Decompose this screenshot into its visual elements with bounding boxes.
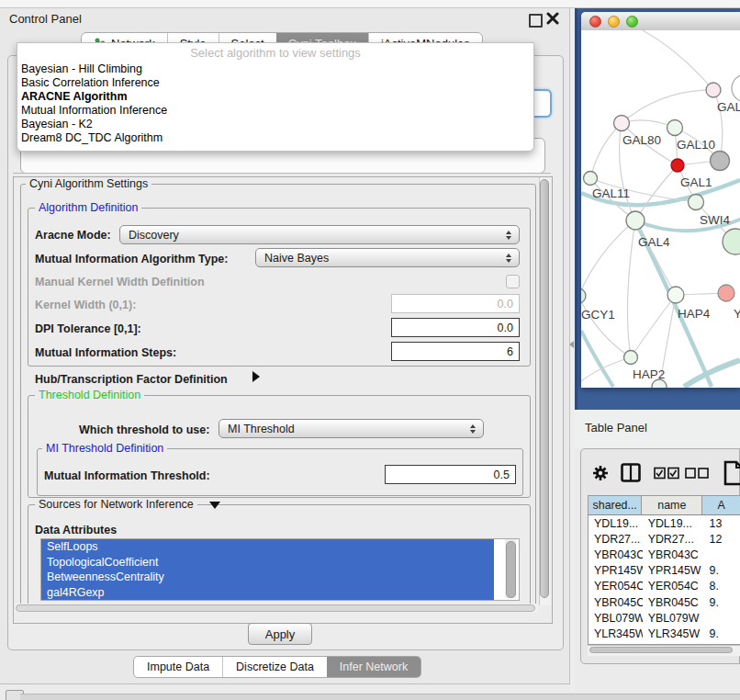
network-node[interactable]: [711, 152, 730, 171]
algorithm-option[interactable]: ARACNE Algorithm: [17, 90, 533, 104]
algorithm-placeholder: Select algorithm to view settings: [17, 43, 533, 62]
network-node-gal11[interactable]: [584, 172, 598, 186]
network-node-gal10[interactable]: [667, 120, 683, 136]
algorithm-option[interactable]: Basic Correlation Inference: [17, 76, 533, 90]
table-row[interactable]: YDL19...YDL19...13: [589, 515, 740, 531]
aracne-mode-select[interactable]: Discovery: [119, 225, 520, 244]
close-traffic-light[interactable]: [589, 16, 601, 28]
algorithm-option[interactable]: Dream8 DC_TDC Algorithm: [17, 131, 533, 145]
spinner-arrows-icon: [506, 254, 511, 263]
network-edge-highlighted[interactable]: [581, 180, 740, 387]
table-row[interactable]: YLR345WYLR345W9.: [589, 626, 740, 641]
manual-kernel-label: Manual Kernel Width Definition: [35, 276, 205, 288]
network-node-gal4[interactable]: [626, 211, 645, 230]
network-node-gal1[interactable]: [671, 159, 684, 172]
table-cell: 9.: [703, 627, 740, 640]
table-panel-title: Table Panel: [585, 421, 647, 435]
attribute-list-item[interactable]: gal4RGexp: [41, 585, 494, 601]
which-threshold-select[interactable]: MI Threshold: [219, 419, 484, 438]
kernel-width-label: Kernel Width (0,1):: [35, 299, 136, 311]
network-node-gcy1[interactable]: [581, 288, 586, 303]
attributes-scrollbar-thumb[interactable]: [506, 541, 516, 598]
table-cell: YLR345W: [643, 627, 704, 640]
apply-button[interactable]: Apply: [248, 623, 312, 645]
mi-steps-label: Mutual Information Steps:: [35, 346, 176, 359]
attribute-list-item[interactable]: SelfLoops: [41, 539, 494, 555]
algorithm-option[interactable]: Bayesian - K2: [17, 118, 533, 131]
dpi-tolerance-input[interactable]: 0.0: [391, 318, 520, 337]
network-node-label: GAL80: [622, 133, 661, 147]
network-node-gal[interactable]: [706, 83, 721, 97]
network-window-titlebar[interactable]: [581, 12, 740, 31]
gear-icon[interactable]: [591, 464, 610, 482]
collapse-arrow-icon[interactable]: [209, 502, 220, 509]
float-window-icon[interactable]: [529, 14, 543, 28]
control-panel-title: Control Panel: [9, 12, 82, 26]
bottom-tab-discretize-data[interactable]: Discretize Data: [222, 657, 327, 677]
attribute-list-item[interactable]: BetweennessCentrality: [41, 570, 494, 585]
network-node-hap2[interactable]: [624, 351, 638, 365]
network-node-label: GCY1: [581, 308, 615, 322]
network-canvas[interactable]: GALGAL80GAL10GAL1GAL11SWI4GAL4GCY1HAP4YH…: [581, 30, 740, 388]
network-node-label: GAL11: [592, 186, 630, 200]
table-row[interactable]: YPR145WYPR145W9.: [589, 563, 740, 579]
top-strip: [0, 0, 740, 8]
settings-vertical-scrollbar-thumb[interactable]: [540, 179, 549, 598]
network-node[interactable]: [689, 195, 704, 210]
table-cell: 8.: [703, 580, 740, 593]
algorithm-definition-label: Algorithm Definition: [35, 202, 141, 214]
node-table: shared...nameAYDL19...YDL19...13YDR27...…: [588, 495, 740, 645]
table-cell: YPR145W: [589, 564, 643, 577]
table-cell: YDR27...: [643, 533, 704, 546]
network-node-label: Y: [734, 307, 740, 321]
table-cell: 13: [703, 517, 740, 530]
table-row[interactable]: YBL079WYBL079W: [589, 610, 740, 626]
network-node-gal80[interactable]: [614, 116, 630, 131]
minimize-traffic-light[interactable]: [608, 16, 620, 28]
mi-steps-input[interactable]: 6: [391, 342, 520, 361]
splitter-collapse-icon[interactable]: [569, 341, 574, 348]
algorithm-option[interactable]: Mutual Information Inference: [17, 104, 533, 118]
manual-kernel-checkbox[interactable]: [506, 275, 520, 288]
columns-icon[interactable]: [621, 463, 641, 482]
bottom-tab-infer-network[interactable]: Infer Network: [327, 657, 420, 677]
kernel-width-input[interactable]: 0.0: [391, 294, 520, 313]
attribute-list-item[interactable]: TopologicalCoefficient: [41, 555, 494, 570]
mi-threshold-input[interactable]: 0.5: [385, 465, 516, 484]
table-cell: YDR27...: [589, 533, 643, 546]
deselect-all-icon[interactable]: [685, 468, 709, 480]
bottom-tab-impute-data[interactable]: Impute Data: [134, 657, 222, 677]
close-icon[interactable]: [546, 12, 559, 25]
dpi-tolerance-label: DPI Tolerance [0,1]:: [35, 322, 141, 335]
table-horizontal-scrollbar-thumb[interactable]: [589, 647, 733, 653]
expand-arrow-icon[interactable]: [252, 371, 260, 382]
table-cell: YDL19...: [589, 517, 643, 530]
column-header-shared...[interactable]: shared...: [589, 496, 642, 514]
table-cell: YER054C: [589, 580, 643, 593]
spinner-arrows-icon: [470, 424, 476, 434]
export-table-icon[interactable]: [723, 460, 740, 486]
table-cell: YBR045C: [643, 596, 704, 609]
network-node-hap4[interactable]: [667, 287, 684, 303]
mi-type-label: Mutual Information Algorithm Type:: [35, 253, 228, 265]
column-header-name[interactable]: name: [642, 496, 702, 514]
mi-threshold-label: Mutual Information Threshold:: [44, 469, 210, 482]
mi-type-select[interactable]: Naive Bayes: [255, 248, 520, 267]
table-header-row: shared...nameA: [589, 496, 740, 515]
table-cell: 9.: [703, 564, 740, 577]
column-header-A[interactable]: A: [702, 496, 740, 514]
sources-label[interactable]: Sources for Network Inference: [35, 499, 197, 511]
network-node-label: GAL10: [677, 138, 715, 152]
table-cell: YLR345W: [589, 627, 643, 640]
network-node[interactable]: [732, 74, 740, 102]
select-all-icon[interactable]: [654, 467, 679, 480]
table-row[interactable]: YBR045CYBR045C9.: [589, 594, 740, 610]
algorithm-option[interactable]: Bayesian - Hill Climbing: [17, 62, 533, 76]
settings-horizontal-scrollbar-thumb[interactable]: [16, 604, 535, 612]
zoom-traffic-light[interactable]: [626, 16, 638, 28]
table-row[interactable]: YDR27...YDR27...12: [589, 531, 740, 547]
table-row[interactable]: YBR043CYBR043C: [589, 547, 740, 562]
network-node-y[interactable]: [718, 285, 734, 301]
hub-definition-label[interactable]: Hub/Transcription Factor Definition: [35, 373, 228, 386]
table-row[interactable]: YER054CYER054C8.: [589, 579, 740, 594]
